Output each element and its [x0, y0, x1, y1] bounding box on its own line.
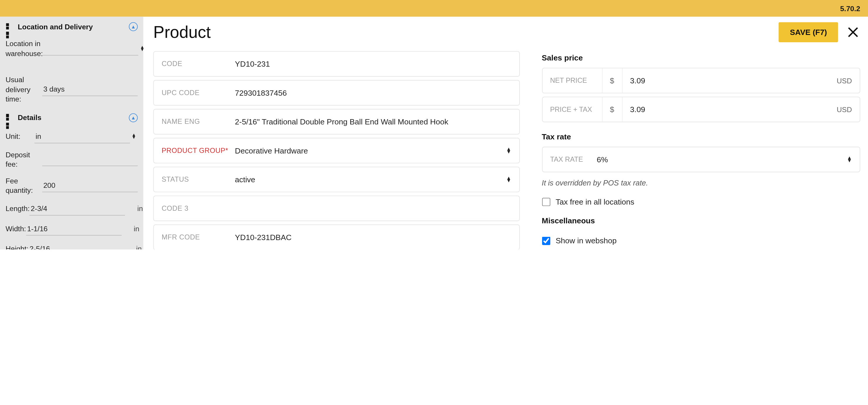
code-input[interactable] — [235, 56, 511, 71]
currency-suffix: USD — [837, 76, 860, 85]
section-title: Location and Delivery — [18, 23, 93, 31]
currency-symbol: $ — [602, 97, 622, 121]
tax-rate-title: Tax rate — [542, 133, 860, 141]
collapse-up-icon[interactable]: ▲ — [129, 113, 137, 122]
code3-label: CODE 3 — [162, 205, 235, 212]
fee-qty-input[interactable] — [42, 179, 138, 192]
unit-label: Unit: — [6, 132, 34, 141]
save-button[interactable]: SAVE (F7) — [779, 22, 838, 42]
page-title: Product — [153, 23, 211, 42]
delivery-label: Usual delivery time: — [6, 75, 42, 105]
dropdown-caret-icon[interactable] — [506, 148, 511, 153]
code-label: CODE — [162, 60, 235, 68]
price-tax-input[interactable] — [622, 102, 837, 117]
currency-symbol: $ — [602, 68, 622, 93]
section-location-delivery[interactable]: Location and Delivery ▲ — [0, 17, 143, 35]
width-label: Width: — [6, 224, 26, 234]
collapse-up-icon[interactable]: ▲ — [129, 22, 137, 31]
checkbox-label: Tax free in all locations — [556, 197, 634, 206]
tax-free-checkbox-row[interactable]: Tax free in all locations — [542, 197, 860, 206]
main-panel: Product SAVE (F7) CODE UPC CODE NAME ENG… — [143, 17, 868, 250]
product-group-label: PRODUCT GROUP* — [162, 147, 235, 155]
deposit-label: Deposit fee: — [6, 150, 42, 169]
checkbox-label: Show in webshop — [556, 236, 617, 245]
grid-icon — [6, 23, 13, 31]
net-price-input[interactable] — [622, 73, 837, 88]
tax-rate-label: TAX RATE — [550, 155, 597, 164]
grid-icon — [6, 114, 13, 122]
width-input[interactable] — [26, 222, 122, 235]
unit-suffix: in — [124, 245, 142, 250]
fee-qty-label: Fee quantity: — [6, 176, 42, 196]
length-input[interactable] — [30, 202, 125, 215]
close-button[interactable] — [846, 25, 860, 39]
unit-suffix: in — [125, 205, 143, 213]
tax-free-checkbox[interactable] — [542, 198, 550, 206]
tax-override-note: It is overridden by POS tax rate. — [542, 179, 860, 187]
height-label: Height: — [6, 244, 28, 250]
close-icon — [847, 26, 859, 38]
delivery-input[interactable] — [42, 83, 138, 96]
length-label: Length: — [6, 204, 30, 214]
unit-suffix: in — [121, 225, 140, 233]
status-select[interactable] — [235, 172, 506, 187]
name-label: NAME ENG — [162, 118, 235, 125]
height-input[interactable] — [28, 242, 124, 250]
misc-title: Miscellaneous — [542, 216, 860, 225]
version-bar: 5.70.2 — [0, 0, 868, 17]
sales-price-title: Sales price — [542, 53, 860, 62]
upc-label: UPC CODE — [162, 89, 235, 97]
deposit-input[interactable] — [42, 153, 138, 166]
section-details[interactable]: Details ▲ — [0, 108, 143, 126]
net-price-label: NET PRICE — [542, 68, 602, 93]
upc-input[interactable] — [235, 85, 511, 101]
price-tax-label: PRICE + TAX — [542, 97, 602, 121]
dropdown-caret-icon[interactable] — [847, 156, 852, 162]
dropdown-caret-icon[interactable] — [130, 134, 138, 139]
currency-suffix: USD — [837, 105, 860, 114]
status-label: STATUS — [162, 175, 235, 183]
tax-rate-value: 6% — [597, 155, 847, 164]
unit-input[interactable] — [34, 130, 130, 143]
name-input[interactable] — [235, 114, 511, 129]
show-webshop-checkbox-row[interactable]: Show in webshop — [542, 236, 860, 245]
location-label: Location in warehouse: — [6, 39, 43, 58]
show-webshop-checkbox[interactable] — [542, 236, 550, 245]
section-title: Details — [18, 114, 42, 122]
code3-input[interactable] — [235, 200, 511, 216]
dropdown-caret-icon[interactable] — [506, 176, 511, 182]
location-input[interactable] — [43, 42, 138, 55]
version-text: 5.70.2 — [840, 4, 860, 12]
mfr-input[interactable] — [235, 230, 511, 245]
sidebar: Location and Delivery ▲ Location in ware… — [0, 17, 143, 250]
product-group-select[interactable] — [235, 143, 506, 158]
mfr-label: MFR CODE — [162, 233, 235, 241]
